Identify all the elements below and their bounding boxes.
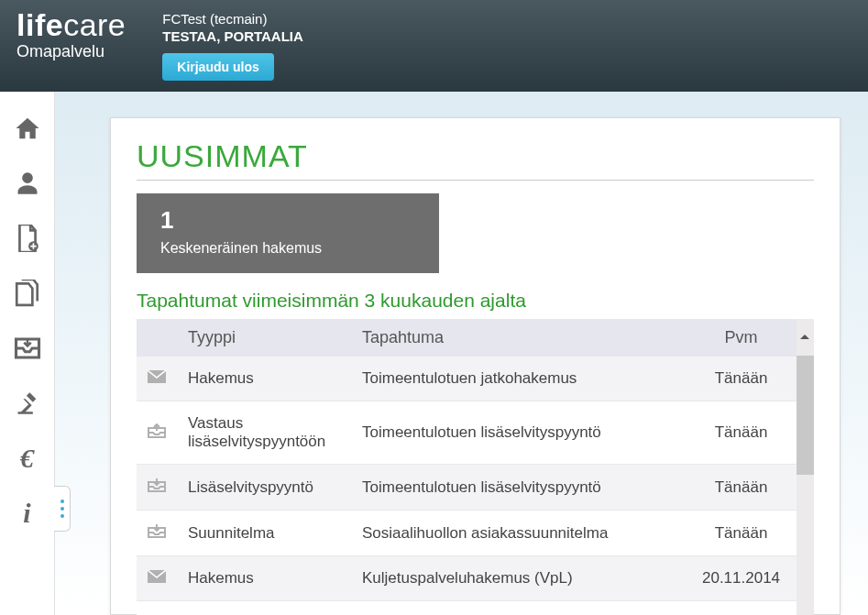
table-row[interactable]: HakemusToimeentulotuen jatkohakemusTänää… bbox=[137, 357, 797, 401]
scroll-thumb[interactable] bbox=[797, 356, 814, 475]
inbox-icon bbox=[137, 511, 177, 556]
pending-summary[interactable]: 1 Keskeneräinen hakemus bbox=[137, 193, 439, 273]
euro-icon: € bbox=[137, 601, 177, 616]
user-block: FCTest (tecmain) TESTAA, PORTAALIA Kirja… bbox=[162, 9, 303, 81]
table-row[interactable]: €Maksukuntala29.10.2014 bbox=[137, 601, 797, 616]
brand-sub: Omapalvelu bbox=[16, 42, 126, 61]
envelope-icon bbox=[137, 357, 177, 401]
home-icon bbox=[14, 115, 41, 142]
nav-documents[interactable] bbox=[5, 271, 49, 315]
pending-count: 1 bbox=[160, 206, 415, 235]
col-date-header[interactable]: Pvm bbox=[687, 319, 797, 357]
logout-button[interactable]: Kirjaudu ulos bbox=[162, 53, 273, 81]
gavel-icon bbox=[14, 390, 41, 416]
outbox-icon bbox=[137, 401, 177, 465]
brand-main: lifecare bbox=[16, 9, 126, 40]
table-row[interactable]: HakemusKuljetuspalveluhakemus (VpL)20.11… bbox=[137, 556, 797, 601]
nav-person[interactable] bbox=[5, 161, 49, 205]
table-row[interactable]: SuunnitelmaSosiaalihuollon asiakassuunni… bbox=[137, 511, 797, 556]
row-date: 29.10.2014 bbox=[687, 601, 797, 616]
info-icon: i bbox=[23, 498, 30, 529]
table-row[interactable]: LisäselvityspyyntöToimeentulotuen lisäse… bbox=[137, 465, 797, 511]
row-date: Tänään bbox=[687, 465, 797, 511]
euro-icon: € bbox=[20, 443, 34, 474]
row-event: Toimeentulotuen jatkohakemus bbox=[351, 357, 687, 401]
scroll-track[interactable] bbox=[797, 475, 814, 615]
inbox-icon bbox=[14, 336, 41, 360]
scroll-up-arrow[interactable] bbox=[797, 319, 814, 356]
row-date: 20.11.2014 bbox=[687, 556, 797, 601]
brand-logo: lifecare Omapalvelu bbox=[16, 9, 126, 61]
row-date: Tänään bbox=[687, 511, 797, 556]
nav-new-document[interactable] bbox=[5, 216, 49, 260]
col-event-header[interactable]: Tapahtuma bbox=[351, 319, 687, 357]
events-table: Tyyppi Tapahtuma Pvm HakemusToimeentulot… bbox=[137, 319, 797, 615]
nav-info[interactable]: i bbox=[5, 491, 49, 535]
user-name: TESTAA, PORTAALIA bbox=[162, 28, 303, 44]
documents-icon bbox=[15, 280, 40, 307]
sidebar-expand-handle[interactable] bbox=[54, 486, 71, 532]
content-card: UUSIMMAT 1 Keskeneräinen hakemus Tapahtu… bbox=[110, 117, 841, 615]
row-event: Toimeentulotuen lisäselvityspyyntö bbox=[351, 401, 687, 465]
section-title: Tapahtumat viimeisimmän 3 kuukauden ajal… bbox=[137, 290, 814, 312]
nav-home[interactable] bbox=[5, 106, 49, 150]
row-event: Sosiaalihuollon asiakassuunnitelma bbox=[351, 511, 687, 556]
row-type: Lisäselvityspyyntö bbox=[177, 465, 351, 511]
main-area: UUSIMMAT 1 Keskeneräinen hakemus Tapahtu… bbox=[55, 92, 868, 615]
chevron-up-icon bbox=[800, 333, 809, 342]
col-icon-header bbox=[137, 319, 177, 357]
row-type: Vastaus lisäselvityspyyntöön bbox=[177, 401, 351, 465]
nav-gavel[interactable] bbox=[5, 381, 49, 425]
row-date: Tänään bbox=[687, 357, 797, 401]
row-type: Maksu bbox=[177, 601, 351, 616]
envelope-icon bbox=[137, 556, 177, 601]
person-icon bbox=[15, 170, 40, 196]
row-event: Toimeentulotuen lisäselvityspyyntö bbox=[351, 465, 687, 511]
page-title: UUSIMMAT bbox=[137, 138, 814, 181]
new-document-icon bbox=[16, 225, 39, 252]
table-row[interactable]: Vastaus lisäselvityspyyntöönToimeentulot… bbox=[137, 401, 797, 465]
row-type: Hakemus bbox=[177, 556, 351, 601]
row-event: kuntala bbox=[351, 601, 687, 616]
row-type: Hakemus bbox=[177, 357, 351, 401]
nav-euro[interactable]: € bbox=[5, 436, 49, 480]
col-type-header[interactable]: Tyyppi bbox=[177, 319, 351, 357]
inbox-icon bbox=[137, 465, 177, 511]
row-event: Kuljetuspalveluhakemus (VpL) bbox=[351, 556, 687, 601]
row-type: Suunnitelma bbox=[177, 511, 351, 556]
user-context: FCTest (tecmain) bbox=[162, 11, 303, 27]
app-header: lifecare Omapalvelu FCTest (tecmain) TES… bbox=[0, 0, 868, 92]
pending-label: Keskeneräinen hakemus bbox=[160, 240, 415, 257]
table-scrollbar[interactable] bbox=[797, 319, 814, 615]
nav-inbox[interactable] bbox=[5, 326, 49, 370]
row-date: Tänään bbox=[687, 401, 797, 465]
sidebar: € i bbox=[0, 92, 55, 615]
